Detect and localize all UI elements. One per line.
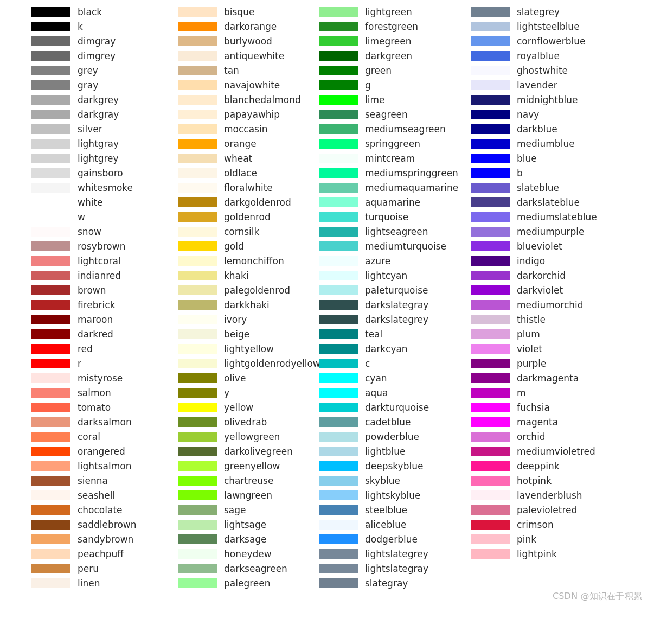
color-entry: darkseagreen — [178, 561, 319, 576]
color-label: peachpuff — [78, 549, 124, 559]
color-entry: deeppink — [471, 458, 623, 473]
color-entry: antiquewhite — [178, 48, 319, 63]
color-label: gold — [224, 241, 244, 252]
color-entry: olive — [178, 371, 319, 385]
color-label: brown — [78, 285, 106, 296]
color-label: black — [78, 7, 102, 17]
color-entry: mistyrose — [31, 371, 178, 385]
color-entry: y — [178, 385, 319, 400]
color-swatch — [471, 51, 510, 61]
color-swatch — [319, 534, 358, 544]
color-label: navajowhite — [224, 80, 280, 91]
color-swatch — [471, 212, 510, 222]
color-swatch — [471, 432, 510, 442]
color-entry: lightblue — [319, 444, 471, 458]
color-label: gainsboro — [78, 168, 123, 178]
color-entry: seashell — [31, 488, 178, 502]
color-entry: lightsteelblue — [471, 19, 623, 34]
color-entry: tan — [178, 63, 319, 78]
color-swatch — [31, 256, 70, 266]
color-entry: darkblue — [471, 122, 623, 136]
color-entry: purple — [471, 356, 623, 371]
color-label: orchid — [517, 431, 546, 442]
color-entry: palegoldenrod — [178, 283, 319, 297]
color-swatch — [319, 447, 358, 456]
color-entry: cornsilk — [178, 224, 319, 239]
color-label: firebrick — [78, 299, 115, 310]
color-swatch — [471, 139, 510, 149]
color-entry: chocolate — [31, 502, 178, 517]
color-swatch — [178, 154, 217, 163]
color-swatch — [319, 271, 358, 280]
color-label: mediumturquoise — [365, 241, 446, 252]
color-entry: lightcoral — [31, 253, 178, 268]
color-label: aqua — [365, 387, 388, 398]
color-label: crimson — [517, 519, 554, 530]
color-entry: magenta — [471, 415, 623, 429]
color-label: slategray — [365, 578, 408, 589]
color-entry: grey — [31, 63, 178, 78]
color-swatch — [471, 7, 510, 17]
color-entry: sienna — [31, 473, 178, 488]
color-entry: cyan — [319, 371, 471, 385]
color-label: lightgray — [78, 138, 119, 149]
color-swatch — [31, 549, 70, 559]
color-swatch — [178, 315, 217, 324]
color-label: darkkhaki — [224, 299, 270, 310]
color-swatch — [31, 168, 70, 178]
color-swatch — [319, 154, 358, 163]
color-label: dimgray — [78, 36, 116, 47]
color-entry: darkolivegreen — [178, 444, 319, 458]
color-entry: wheat — [178, 151, 319, 165]
color-entry: peru — [31, 561, 178, 576]
color-swatch — [178, 271, 217, 280]
color-swatch — [319, 95, 358, 105]
color-swatch — [178, 461, 217, 471]
color-entry: dimgray — [31, 34, 178, 48]
color-swatch — [178, 66, 217, 75]
color-entry: darkorchid — [471, 268, 623, 283]
color-entry: lightseagreen — [319, 224, 471, 239]
color-swatch — [471, 227, 510, 237]
color-label: palevioletred — [517, 505, 577, 515]
color-swatch — [31, 197, 70, 207]
color-entry: lightpink — [471, 546, 623, 561]
color-swatch — [319, 329, 358, 339]
color-swatch — [31, 388, 70, 398]
color-entry: darkcyan — [319, 341, 471, 356]
color-swatch — [319, 285, 358, 295]
color-swatch — [471, 549, 510, 559]
color-swatch — [31, 7, 70, 17]
color-entry: lightgrey — [31, 151, 178, 165]
color-label: yellowgreen — [224, 431, 280, 442]
color-label: blue — [517, 153, 537, 164]
color-label: plum — [517, 329, 540, 340]
watermark-text: CSDN @知识在于积累 — [553, 591, 642, 602]
color-entry: whitesmoke — [31, 180, 178, 195]
color-swatch — [178, 359, 217, 368]
color-label: purple — [517, 358, 547, 369]
color-swatch — [178, 578, 217, 588]
color-label: peru — [78, 563, 99, 574]
color-swatch — [31, 300, 70, 310]
color-label: teal — [365, 329, 382, 340]
color-swatch — [319, 124, 358, 134]
color-label: ivory — [224, 314, 247, 325]
color-entry: coral — [31, 429, 178, 444]
color-column: blackkdimgraydimgreygreygraydarkgreydark… — [31, 4, 178, 590]
color-entry: darkslategrey — [319, 312, 471, 327]
color-label: mistyrose — [78, 373, 123, 384]
color-entry: lavender — [471, 78, 623, 92]
color-swatch — [31, 476, 70, 486]
color-entry: gainsboro — [31, 165, 178, 180]
color-swatch — [319, 417, 358, 427]
color-swatch — [31, 490, 70, 500]
color-label: magenta — [517, 417, 558, 428]
color-swatch — [471, 154, 510, 163]
color-entry: dimgrey — [31, 48, 178, 63]
color-label: tan — [224, 65, 239, 76]
color-label: indianred — [78, 270, 121, 281]
color-label: mediumpurple — [517, 226, 584, 237]
color-swatch — [31, 373, 70, 383]
color-label: mediumvioletred — [517, 446, 595, 457]
